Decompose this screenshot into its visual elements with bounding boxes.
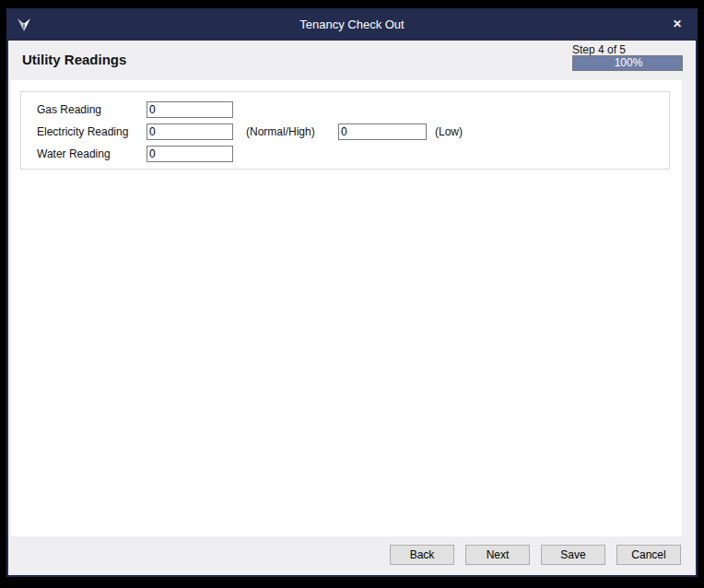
utility-readings-panel: Gas Reading Electricity Reading (Normal/… <box>20 91 670 170</box>
water-reading-label: Water Reading <box>37 146 111 162</box>
electricity-low-input[interactable] <box>338 123 427 140</box>
window-title: Tenancy Check Out <box>6 18 698 31</box>
main-content: Gas Reading Electricity Reading (Normal/… <box>11 80 682 536</box>
progress-bar: 100% <box>572 55 683 71</box>
electricity-reading-label: Electricity Reading <box>37 123 128 140</box>
electricity-normal-high-input[interactable] <box>147 123 233 140</box>
low-label: (Low) <box>435 123 463 140</box>
back-button[interactable]: Back <box>390 545 454 565</box>
app-logo-icon <box>14 15 34 35</box>
water-reading-input[interactable] <box>147 146 233 162</box>
close-icon[interactable]: ✕ <box>668 16 686 32</box>
page-title: Utility Readings <box>22 52 126 67</box>
save-button[interactable]: Save <box>541 545 605 565</box>
tenancy-checkout-dialog: Tenancy Check Out ✕ Utility Readings Ste… <box>6 8 698 577</box>
title-bar[interactable]: Tenancy Check Out ✕ <box>6 8 698 41</box>
normal-high-label: (Normal/High) <box>246 123 315 140</box>
cancel-button[interactable]: Cancel <box>616 545 681 565</box>
gas-reading-input[interactable] <box>147 101 233 118</box>
footer-bar: Back Next Save Cancel <box>8 536 696 575</box>
step-indicator: Step 4 of 5 <box>572 43 626 56</box>
next-button[interactable]: Next <box>465 545 530 565</box>
progress-percent-label: 100% <box>573 56 684 70</box>
wizard-header: Utility Readings Step 4 of 5 100% <box>8 41 696 80</box>
gas-reading-label: Gas Reading <box>37 101 101 118</box>
